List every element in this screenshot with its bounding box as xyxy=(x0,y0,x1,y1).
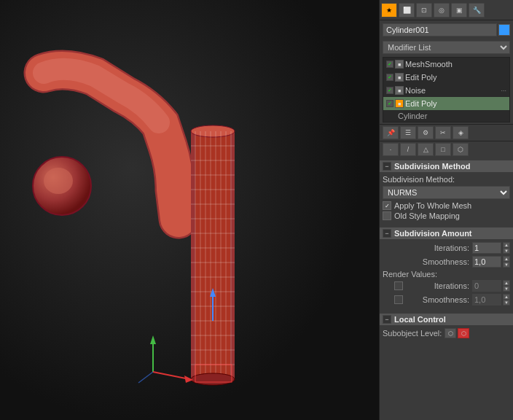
old-style-mapping-checkbox[interactable] xyxy=(383,211,391,220)
subdivision-method-select[interactable]: NURMS Classic xyxy=(383,186,510,199)
color-swatch[interactable] xyxy=(498,24,510,36)
render-iterations-up[interactable]: ▲ xyxy=(503,280,510,286)
stack-item-cylinder: Cylinder xyxy=(383,110,509,122)
render-smoothness-up[interactable]: ▲ xyxy=(503,294,510,300)
stack-check-noise[interactable]: ✓ xyxy=(386,87,393,94)
show-all-button[interactable]: ☰ xyxy=(400,126,416,139)
method-label-row: Subdivision Method: xyxy=(383,175,510,184)
utilities-icon[interactable]: 🔧 xyxy=(469,3,485,18)
display-icon[interactable]: ▣ xyxy=(451,3,467,18)
render-iterations-down[interactable]: ▼ xyxy=(503,286,510,292)
stack-toolbar: 📌 ☰ ⚙ ✂ ◈ xyxy=(380,124,513,141)
motion-icon[interactable]: ◎ xyxy=(434,3,450,18)
subdivision-method-content: Subdivision Method: NURMS Classic ✓ Appl… xyxy=(380,172,513,225)
stack-check-editpoly1[interactable]: ✓ xyxy=(386,74,393,81)
collapse-subdivision-method[interactable]: − xyxy=(383,162,391,171)
subobject-toolbar: · / △ □ ⬡ xyxy=(380,141,513,158)
stack-label-editpoly1: Edit Poly xyxy=(405,73,506,82)
render-values-label: Render Values: xyxy=(383,270,510,279)
stack-item-meshsmooth[interactable]: ✓ ■ MeshSmooth xyxy=(383,58,509,71)
render-iterations-input[interactable] xyxy=(472,280,501,292)
stack-icon-noise: ■ xyxy=(395,86,404,95)
method-dropdown-row: NURMS Classic xyxy=(383,186,510,199)
collapse-subdivision-amount[interactable]: − xyxy=(383,229,391,238)
top-icons: ★ ⬜ ⊡ ◎ ▣ 🔧 xyxy=(380,0,513,20)
iterations-row: Iterations: ▲ ▼ xyxy=(383,242,510,254)
old-style-mapping-row: Old Style Mapping xyxy=(383,211,510,220)
render-smoothness-label: Smoothness: xyxy=(404,295,471,304)
stack-item-editpoly2[interactable]: ✓ ■ Edit Poly xyxy=(383,97,509,110)
svg-point-5 xyxy=(191,125,235,137)
render-smoothness-down[interactable]: ▼ xyxy=(503,300,510,306)
stack-item-editpoly1[interactable]: ✓ ■ Edit Poly xyxy=(383,71,509,84)
iterations-input[interactable] xyxy=(472,242,501,254)
render-smoothness-row: Smoothness: ▲ ▼ xyxy=(383,294,510,306)
render-iterations-checkbox[interactable] xyxy=(394,281,403,290)
stack-label-editpoly2: Edit Poly xyxy=(405,99,506,108)
polygon-button[interactable]: □ xyxy=(435,143,451,156)
stack-check-meshsmooth[interactable]: ✓ xyxy=(386,61,393,68)
pin-button[interactable]: 📌 xyxy=(383,126,399,139)
stack-label-noise: Noise xyxy=(405,86,499,95)
subobject-icons: ⬡ ⬡ xyxy=(445,328,469,338)
element-button[interactable]: ⬡ xyxy=(453,143,469,156)
iterations-spinner[interactable]: ▲ ▼ xyxy=(503,242,510,254)
method-label: Subdivision Method: xyxy=(383,175,455,184)
hierarchy-icon[interactable]: ⊡ xyxy=(416,3,432,18)
render-smoothness-spinner[interactable]: ▲ ▼ xyxy=(503,294,510,306)
stack-extra-noise: ··· xyxy=(501,87,506,94)
subobject-icon1[interactable]: ⬡ xyxy=(445,328,456,338)
vertex-button[interactable]: · xyxy=(383,143,399,156)
smoothness-spinner[interactable]: ▲ ▼ xyxy=(503,256,510,268)
render-smoothness-input[interactable] xyxy=(472,294,501,306)
render-smoothness-checkbox[interactable] xyxy=(394,295,403,304)
subdivision-amount-content: Iterations: ▲ ▼ Smoothness: ▲ ▼ Render V… xyxy=(380,239,513,311)
subdivision-method-header[interactable]: − Subdivision Method xyxy=(380,160,513,172)
modifier-list-row: Modifier List xyxy=(380,39,513,55)
border-button[interactable]: △ xyxy=(418,143,434,156)
config-button[interactable]: ⚙ xyxy=(418,126,434,139)
apply-whole-mesh-label: Apply To Whole Mesh xyxy=(394,201,471,210)
iterations-down[interactable]: ▼ xyxy=(503,248,510,254)
render-iterations-spinner[interactable]: ▲ ▼ xyxy=(503,280,510,292)
local-control-title: Local Control xyxy=(394,315,446,324)
old-style-mapping-label: Old Style Mapping xyxy=(394,211,460,220)
svg-point-30 xyxy=(191,373,235,385)
object-name-row xyxy=(380,20,513,39)
stack-item-noise[interactable]: ✓ ■ Noise ··· xyxy=(383,84,509,97)
svg-point-2 xyxy=(44,168,73,194)
pipe-svg xyxy=(0,0,379,420)
stack-icon-editpoly1: ■ xyxy=(395,73,404,82)
subobject-icon2[interactable]: ⬡ xyxy=(458,328,469,338)
right-panel: ★ ⬜ ⊡ ◎ ▣ 🔧 Modifier List ✓ ■ MeshSmooth… xyxy=(379,0,513,420)
viewport[interactable] xyxy=(0,0,379,420)
local-control-content: Subobject Level: ⬡ ⬡ xyxy=(380,325,513,343)
render-iterations-label: Iterations: xyxy=(404,281,471,290)
box-icon[interactable]: ⬜ xyxy=(399,3,415,18)
star-icon[interactable]: ★ xyxy=(381,3,397,18)
object-name-input[interactable] xyxy=(383,23,497,36)
apply-whole-mesh-checkbox[interactable]: ✓ xyxy=(383,201,391,210)
modifier-stack: ✓ ■ MeshSmooth ✓ ■ Edit Poly ✓ ■ Noise ·… xyxy=(383,57,510,122)
smoothness-row: Smoothness: ▲ ▼ xyxy=(383,256,510,268)
local-control-header[interactable]: − Local Control xyxy=(380,314,513,325)
edge-button[interactable]: / xyxy=(400,143,416,156)
smoothness-label: Smoothness: xyxy=(383,257,471,266)
collapse-local-control[interactable]: − xyxy=(383,315,391,324)
render-iterations-row: Iterations: ▲ ▼ xyxy=(383,280,510,292)
modifier-list-select[interactable]: Modifier List xyxy=(383,41,510,54)
stack-icon-meshsmooth: ■ xyxy=(395,60,404,69)
stack-icon-editpoly2: ■ xyxy=(395,99,404,108)
delete-modifier-button[interactable]: ✂ xyxy=(435,126,451,139)
canvas-area xyxy=(0,0,379,420)
smoothness-up[interactable]: ▲ xyxy=(503,256,510,262)
subobject-level-label: Subobject Level: xyxy=(383,329,442,338)
iterations-label: Iterations: xyxy=(383,244,471,252)
make-unique-button[interactable]: ◈ xyxy=(453,126,469,139)
subdivision-amount-header[interactable]: − Subdivision Amount xyxy=(380,228,513,239)
stack-check-editpoly2[interactable]: ✓ xyxy=(386,100,393,107)
iterations-up[interactable]: ▲ xyxy=(503,242,510,248)
smoothness-input[interactable] xyxy=(472,256,501,268)
apply-whole-mesh-row: ✓ Apply To Whole Mesh xyxy=(383,201,510,210)
smoothness-down[interactable]: ▼ xyxy=(503,262,510,268)
